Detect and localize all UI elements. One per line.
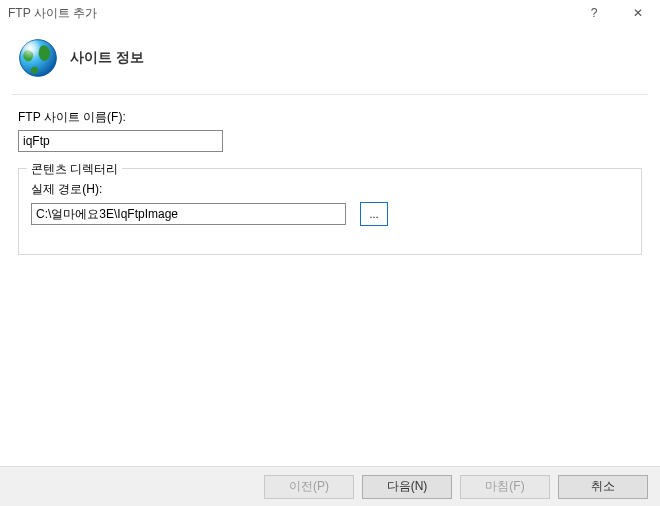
window-title: FTP 사이트 추가 xyxy=(8,5,572,22)
page-header: 사이트 정보 xyxy=(0,26,660,94)
help-icon: ? xyxy=(591,6,598,20)
browse-button-label: ... xyxy=(369,208,378,220)
finish-button[interactable]: 마침(F) xyxy=(460,475,550,499)
browse-button[interactable]: ... xyxy=(360,202,388,226)
globe-icon xyxy=(16,36,60,80)
close-button[interactable]: ✕ xyxy=(616,0,660,26)
titlebar: FTP 사이트 추가 ? ✕ xyxy=(0,0,660,26)
divider xyxy=(12,94,648,95)
previous-button[interactable]: 이전(P) xyxy=(264,475,354,499)
help-button[interactable]: ? xyxy=(572,0,616,26)
physical-path-input[interactable] xyxy=(31,203,346,225)
next-button[interactable]: 다음(N) xyxy=(362,475,452,499)
cancel-button[interactable]: 취소 xyxy=(558,475,648,499)
physical-path-label: 실제 경로(H): xyxy=(31,181,629,198)
page-title: 사이트 정보 xyxy=(70,49,144,67)
site-name-label: FTP 사이트 이름(F): xyxy=(18,109,642,126)
close-icon: ✕ xyxy=(633,6,643,20)
footer: 이전(P) 다음(N) 마침(F) 취소 xyxy=(0,466,660,506)
content-directory-group: 콘텐츠 디렉터리 실제 경로(H): ... xyxy=(18,168,642,255)
content-area: FTP 사이트 이름(F): 콘텐츠 디렉터리 실제 경로(H): ... xyxy=(0,109,660,481)
svg-point-1 xyxy=(20,40,57,77)
site-name-input[interactable] xyxy=(18,130,223,152)
content-directory-legend: 콘텐츠 디렉터리 xyxy=(27,161,122,178)
